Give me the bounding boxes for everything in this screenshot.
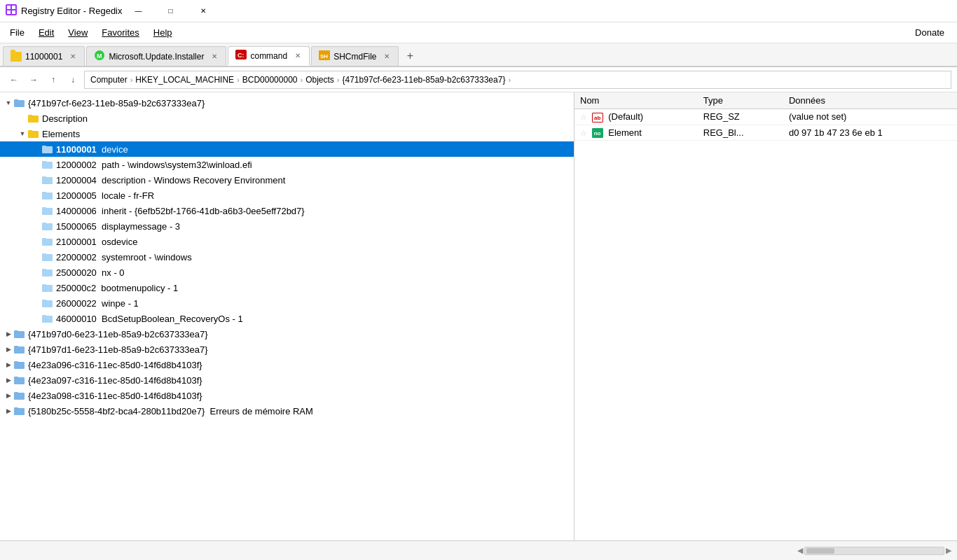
- expand-icon[interactable]: ▶: [3, 405, 14, 416]
- tree-pane[interactable]: ▼ {471b97cf-6e23-11eb-85a9-b2c637333ea7}…: [0, 92, 574, 540]
- svg-rect-40: [42, 315, 46, 317]
- tree-item[interactable]: 14000006 inherit - {6efb52bf-1766-41db-a…: [0, 203, 574, 218]
- svg-rect-34: [42, 269, 46, 271]
- tab-close-button[interactable]: ✕: [294, 52, 302, 59]
- add-tab-button[interactable]: +: [400, 46, 420, 66]
- tab-label: 11000001: [25, 52, 62, 62]
- tab-close-button[interactable]: ✕: [69, 52, 77, 60]
- reg-name: (Default): [608, 111, 643, 122]
- minimize-button[interactable]: —: [123, 0, 155, 22]
- tree-item[interactable]: ▶ {4e23a098-c316-11ec-85d0-14f6d8b4103f}: [0, 388, 574, 403]
- expand-icon[interactable]: ▼: [3, 97, 14, 108]
- breadcrumb-guid[interactable]: {471b97cf-6e23-11eb-85a9-b2c637333ea7}: [343, 75, 506, 85]
- forward-button[interactable]: →: [25, 71, 42, 88]
- svg-rect-2: [12, 6, 15, 9]
- folder-icon: [14, 344, 25, 355]
- tree-item[interactable]: ▼ {471b97cf-6e23-11eb-85a9-b2c637333ea7}: [0, 95, 574, 111]
- tabs-bar: 11000001 ✕ M Microsoft.Update.Installer …: [0, 43, 957, 67]
- star-icon[interactable]: ☆: [580, 129, 587, 137]
- folder-icon: [42, 298, 53, 309]
- menu-favorites[interactable]: Favorites: [95, 24, 146, 41]
- col-type: Type: [698, 92, 783, 109]
- back-button[interactable]: ←: [6, 71, 22, 88]
- svg-rect-1: [7, 6, 11, 9]
- expand-icon[interactable]: ▶: [3, 374, 14, 386]
- expand-icon[interactable]: ▶: [3, 359, 14, 370]
- expand-icon[interactable]: ▶: [3, 390, 14, 401]
- main-area: ▼ {471b97cf-6e23-11eb-85a9-b2c637333ea7}…: [0, 92, 957, 540]
- maximize-button[interactable]: □: [155, 0, 187, 22]
- tab-label: command: [250, 51, 287, 61]
- tree-item[interactable]: ▶ {471b97d1-6e23-11eb-85a9-b2c637333ea7}: [0, 342, 574, 357]
- tree-label: 12000004 description - Windows Recovery …: [56, 175, 285, 186]
- breadcrumb-bcd[interactable]: BCD00000000: [242, 75, 298, 85]
- menu-edit[interactable]: Edit: [32, 24, 61, 41]
- svg-rect-24: [42, 192, 46, 194]
- folder-icon: [14, 405, 25, 416]
- col-nom: Nom: [574, 92, 698, 109]
- tree-item[interactable]: 12000005 locale - fr-FR: [0, 188, 574, 203]
- tab-shcmdfile[interactable]: SH SHCmdFile ✕: [311, 46, 399, 66]
- svg-rect-20: [42, 161, 46, 163]
- svg-rect-38: [42, 300, 46, 302]
- menu-view[interactable]: View: [61, 24, 95, 41]
- table-row[interactable]: ☆ no Element REG_Bl... d0 97 1b 47 23 6e…: [574, 125, 957, 141]
- tab-microsoft-update[interactable]: M Microsoft.Update.Installer ✕: [86, 46, 226, 66]
- tree-item[interactable]: 15000065 displaymessage - 3: [0, 218, 574, 234]
- title-text: Registry Editor - Regedix: [21, 6, 123, 16]
- tree-label: Elements: [42, 129, 80, 139]
- svg-rect-50: [14, 392, 18, 394]
- folder-icon: [42, 205, 53, 216]
- expand-icon[interactable]: ▼: [17, 128, 28, 139]
- svg-rect-32: [42, 253, 46, 255]
- breadcrumb[interactable]: Computer › HKEY_LOCAL_MACHINE › BCD00000…: [84, 71, 951, 89]
- svg-rect-3: [7, 10, 11, 14]
- tree-item[interactable]: ▶ {5180b25c-5558-4bf2-bca4-280b11bd20e7}…: [0, 403, 574, 419]
- tree-item[interactable]: ▶ {4e23a096-c316-11ec-85d0-14f6d8b4103f}: [0, 357, 574, 372]
- tree-item[interactable]: Description: [0, 111, 574, 126]
- breadcrumb-hklm[interactable]: HKEY_LOCAL_MACHINE: [135, 75, 234, 85]
- expand-icon[interactable]: ▶: [3, 328, 14, 340]
- menu-help[interactable]: Help: [146, 24, 179, 41]
- star-icon[interactable]: ☆: [580, 113, 587, 121]
- window-controls: — □ ✕: [123, 0, 219, 22]
- tree-item[interactable]: 22000002 systemroot - \windows: [0, 249, 574, 265]
- folder-icon: [14, 97, 25, 108]
- donate-button[interactable]: Donate: [905, 24, 954, 41]
- scrollbar-thumb[interactable]: [806, 548, 834, 554]
- tree-item[interactable]: 46000010 BcdSetupBoolean_RecoveryOs - 1: [0, 311, 574, 326]
- close-button[interactable]: ✕: [187, 0, 219, 22]
- tree-item[interactable]: 25000020 nx - 0: [0, 265, 574, 280]
- up-button[interactable]: ↑: [45, 71, 62, 88]
- tab-close-button[interactable]: ✕: [383, 52, 391, 60]
- tree-item[interactable]: 12000004 description - Windows Recovery …: [0, 172, 574, 188]
- scroll-left-icon[interactable]: ◀: [797, 546, 803, 555]
- tree-item[interactable]: 250000c2 bootmenupolicy - 1: [0, 280, 574, 295]
- tree-item[interactable]: 26000022 winpe - 1: [0, 295, 574, 311]
- breadcrumb-computer[interactable]: Computer: [90, 75, 128, 85]
- tree-item[interactable]: 12000002 path - \windows\system32\winloa…: [0, 157, 574, 172]
- down-button[interactable]: ↓: [64, 71, 81, 88]
- svg-rect-30: [42, 238, 46, 240]
- tree-label: 12000002 path - \windows\system32\winloa…: [56, 160, 252, 170]
- tree-item[interactable]: ▶ {471b97d0-6e23-11eb-85a9-b2c637333ea7}: [0, 326, 574, 342]
- menu-file[interactable]: File: [3, 24, 32, 41]
- tab-close-button[interactable]: ✕: [210, 52, 219, 60]
- right-pane: Nom Type Données ☆ ab (Default) REG_SZ (…: [574, 92, 957, 540]
- folder-icon: [11, 52, 22, 62]
- tree-item[interactable]: ▶ {4e23a097-c316-11ec-85d0-14f6d8b4103f}: [0, 372, 574, 388]
- tree-item[interactable]: ▼ Elements: [0, 126, 574, 141]
- horizontal-scrollbar[interactable]: [804, 547, 944, 555]
- expand-icon[interactable]: ▶: [3, 344, 14, 355]
- reg-type: REG_SZ: [698, 109, 783, 125]
- scroll-right-icon[interactable]: ▶: [946, 546, 951, 555]
- table-row[interactable]: ☆ ab (Default) REG_SZ (value not set): [574, 109, 957, 125]
- tree-item[interactable]: 21000001 osdevice: [0, 234, 574, 249]
- tab-command[interactable]: C: command ✕: [228, 46, 310, 66]
- breadcrumb-objects[interactable]: Objects: [305, 75, 334, 85]
- tree-label: 21000001 osdevice: [56, 237, 137, 247]
- tree-item-selected[interactable]: 11000001 device: [0, 141, 574, 157]
- tab-11000001[interactable]: 11000001 ✕: [3, 46, 85, 66]
- reg-bin-icon: no: [592, 128, 603, 138]
- tree-label: {471b97d1-6e23-11eb-85a9-b2c637333ea7}: [28, 344, 208, 355]
